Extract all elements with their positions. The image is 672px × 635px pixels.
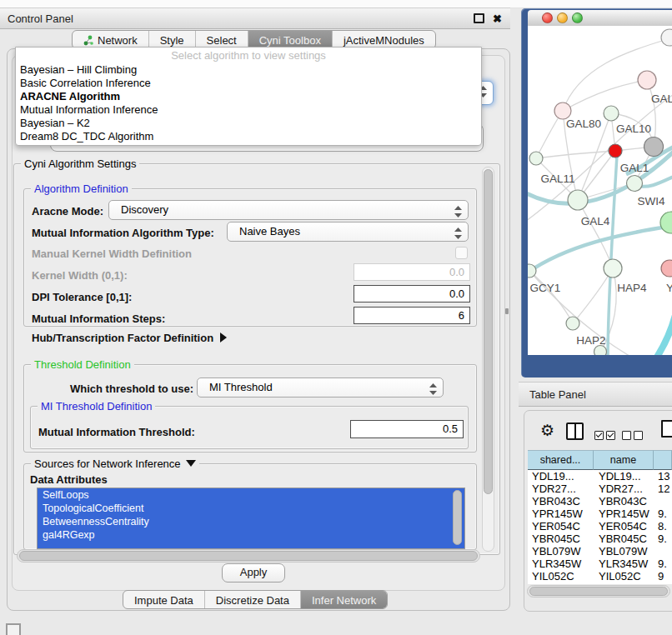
cell: 13 — [654, 470, 672, 482]
cell: YDR27... — [594, 482, 654, 495]
table-row[interactable]: YBR045CYBR045C9. — [528, 532, 672, 545]
node-label-gal10: GAL10 — [616, 122, 651, 135]
tab-impute-data[interactable]: Impute Data — [123, 591, 205, 608]
aracne-mode-combo[interactable]: Discovery — [108, 200, 469, 220]
network-canvas[interactable]: GAL GAL80 GAL10 GAL11 GAL1 SWI4 GAL4 GCY… — [528, 26, 672, 355]
cell: 9. — [654, 532, 672, 545]
attribute-item[interactable]: TopologicalCoefficient — [38, 502, 464, 515]
table-row[interactable]: YBL079WYBL079W — [528, 545, 672, 558]
settings-scrollbar-thumb[interactable] — [484, 169, 493, 494]
tab-jactivemnodules[interactable]: jActiveMNodules — [333, 31, 435, 48]
aracne-mode-value: Discovery — [121, 203, 168, 216]
attribute-item[interactable]: gal4RGexp — [38, 528, 464, 542]
column-header-name[interactable]: name — [594, 450, 654, 470]
table-row[interactable]: YDL19...YDL19...13 — [528, 470, 672, 482]
float-window-icon[interactable] — [474, 13, 484, 23]
network-node[interactable] — [661, 260, 672, 277]
popup-item-bayesian-k2[interactable]: Bayesian – K2 — [16, 117, 481, 130]
attribute-item[interactable]: BetweennessCentrality — [38, 515, 464, 528]
dpi-tolerance-label: DPI Tolerance [0,1]: — [32, 291, 132, 303]
cell: YER054C — [594, 520, 654, 532]
zoom-traffic-light[interactable] — [572, 12, 583, 23]
minimize-traffic-light[interactable] — [557, 12, 568, 23]
network-node[interactable] — [627, 176, 643, 192]
settings-hscrollbar[interactable] — [17, 549, 480, 562]
settings-scrollbar-track[interactable] — [482, 167, 494, 552]
table-row[interactable]: YER054CYER054C8. — [528, 520, 672, 532]
tab-infer-network[interactable]: Infer Network — [301, 591, 387, 608]
cell: YPR145W — [594, 508, 654, 520]
columns-icon[interactable] — [566, 422, 584, 440]
unchecked-box-icon — [622, 431, 631, 440]
document-icon[interactable] — [661, 420, 672, 438]
cell: YDL19... — [528, 470, 594, 482]
settings-hscrollbar-thumb[interactable] — [19, 551, 478, 561]
panel-splitter-grip[interactable] — [505, 308, 509, 314]
sources-group-title[interactable]: Sources for Network Inference — [31, 458, 199, 470]
network-node[interactable] — [604, 106, 619, 121]
kernel-width-field[interactable]: 0.0 — [354, 263, 470, 281]
deselect-all-columns-icon[interactable] — [622, 428, 645, 443]
table-row[interactable]: YLR345WYLR345W9. — [528, 558, 672, 570]
network-graph[interactable] — [528, 26, 672, 355]
table-row[interactable]: YIL052CYIL052C9 — [528, 570, 672, 582]
dpi-tolerance-field[interactable]: 0.0 — [354, 285, 470, 302]
network-node[interactable] — [528, 264, 536, 278]
mi-steps-field[interactable]: 6 — [354, 307, 470, 324]
close-traffic-light[interactable] — [542, 12, 553, 23]
table-row[interactable]: YBR043CYBR043C — [528, 495, 672, 508]
close-icon[interactable]: ✖ — [493, 13, 502, 24]
network-node-gray[interactable] — [644, 138, 664, 157]
mi-type-label: Mutual Information Algorithm Type: — [32, 227, 214, 239]
hub-definition-toggle[interactable]: Hub/Transcription Factor Definition — [32, 332, 227, 344]
table-hscrollbar-thumb[interactable] — [529, 587, 668, 596]
network-node[interactable] — [638, 71, 656, 89]
popup-item-dream8[interactable]: Dream8 DC_TDC Algorithm — [16, 130, 481, 143]
mi-type-value: Naive Bayes — [239, 225, 300, 238]
mi-steps-label: Mutual Information Steps: — [32, 312, 165, 325]
table-row[interactable]: YPR145WYPR145W9. — [528, 508, 672, 520]
column-header-partial[interactable] — [654, 450, 672, 470]
popup-item-bayesian-hill-climbing[interactable]: Bayesian – Hill Climbing — [16, 63, 481, 77]
mi-threshold-label: Mutual Information Threshold: — [38, 426, 195, 438]
network-node[interactable] — [554, 102, 571, 119]
network-node[interactable] — [594, 346, 607, 356]
popup-item-basic-correlation[interactable]: Basic Correlation Inference — [16, 77, 481, 90]
network-node[interactable] — [566, 317, 579, 330]
gear-icon[interactable]: ⚙ — [540, 422, 554, 438]
network-node[interactable] — [660, 212, 672, 233]
attributes-scrollbar-thumb[interactable] — [453, 490, 462, 545]
cell: YBR045C — [594, 532, 654, 545]
tab-style[interactable]: Style — [149, 31, 196, 48]
node-table: shared... name YDL19...YDL19...13 YDR27.… — [528, 450, 672, 584]
manual-kernel-checkbox[interactable] — [455, 247, 468, 259]
popup-item-aracne[interactable]: ARACNE Algorithm — [16, 90, 481, 103]
data-attributes-list[interactable]: SelfLoops TopologicalCoefficient Between… — [37, 488, 465, 549]
network-node[interactable] — [661, 29, 672, 46]
tab-discretize-data[interactable]: Discretize Data — [205, 591, 301, 608]
column-header-shared[interactable]: shared... — [528, 450, 594, 470]
stepper-arrows-icon — [454, 205, 462, 223]
data-attributes-label: Data Attributes — [30, 473, 108, 486]
apply-button[interactable]: Apply — [222, 563, 285, 582]
network-node-red[interactable] — [609, 144, 622, 158]
network-nodes[interactable] — [528, 29, 672, 355]
mi-threshold-field[interactable]: 0.5 — [350, 420, 464, 438]
network-node[interactable] — [604, 259, 622, 278]
stepper-arrows-icon — [454, 227, 462, 245]
network-node[interactable] — [529, 152, 543, 165]
tab-impute-data-label: Impute Data — [134, 594, 193, 607]
table-hscrollbar[interactable] — [527, 585, 670, 598]
tab-cyni-toolbox[interactable]: Cyni Toolbox — [248, 31, 333, 48]
popup-item-mutual-information[interactable]: Mutual Information Inference — [16, 103, 481, 117]
attribute-item[interactable]: SelfLoops — [38, 488, 464, 502]
select-all-columns-icon[interactable] — [594, 428, 618, 443]
table-row[interactable]: YDR27...YDR27...12 — [528, 482, 672, 495]
which-threshold-combo[interactable]: MI Threshold — [197, 378, 444, 398]
network-window-titlebar[interactable] — [528, 10, 672, 27]
mi-type-combo[interactable]: Naive Bayes — [227, 222, 469, 242]
network-node[interactable] — [568, 190, 588, 210]
collapsed-panel-icon[interactable] — [6, 623, 21, 635]
tab-select[interactable]: Select — [196, 31, 248, 48]
tab-network[interactable]: Network — [73, 31, 149, 48]
